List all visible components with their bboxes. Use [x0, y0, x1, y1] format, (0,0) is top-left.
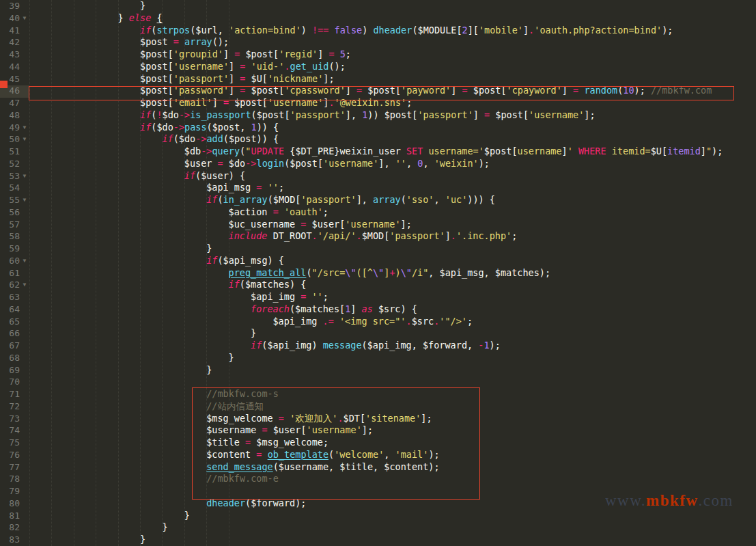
code-text[interactable]: if($do->add($post)) { [29, 133, 756, 146]
code-text[interactable]: //mbkfw.com-s [29, 388, 756, 400]
code-editor[interactable]: 39}40▼} else {41if(strpos($url, 'action=… [0, 0, 756, 546]
code-text[interactable]: $api_img = ''; [29, 291, 756, 303]
code-text[interactable]: if(!$do->is_passport($post['passport'], … [29, 109, 756, 122]
line-number[interactable]: 55 [0, 194, 20, 206]
code-text[interactable]: if($user) { [29, 170, 756, 182]
code-line[interactable]: 70 [0, 376, 756, 388]
code-text[interactable]: $db->query("UPDATE {$DT_PRE}weixin_user … [29, 146, 756, 158]
code-line[interactable]: 78//mbkfw.com-e [0, 473, 756, 485]
code-text[interactable]: $uc_username = $user['username']; [29, 219, 756, 231]
code-text[interactable]: send_message($username, $title, $content… [29, 461, 756, 474]
code-line[interactable]: 65$api_img .= '<img src="'.$src.'"/>'; [0, 316, 756, 328]
line-number[interactable]: 60 [0, 255, 20, 267]
code-text[interactable]: } [29, 534, 756, 546]
code-line[interactable]: 66} [0, 327, 756, 340]
code-text[interactable]: } [29, 243, 756, 255]
line-number[interactable]: 83 [0, 534, 20, 546]
code-text[interactable]: $post = array(); [29, 36, 756, 49]
code-text[interactable] [29, 376, 756, 388]
code-line[interactable]: 69} [0, 364, 756, 377]
code-line[interactable]: 82} [0, 521, 756, 534]
code-line[interactable]: 47$post['email'] = $post['username'].'@w… [0, 97, 756, 109]
code-line[interactable]: 45$post['passport'] = $U['nickname']; [0, 73, 756, 85]
code-text[interactable]: if(in_array($MOD['passport'], array('sso… [29, 194, 756, 206]
line-number[interactable]: 44 [0, 61, 20, 73]
fold-arrow-icon[interactable]: ▼ [20, 194, 29, 206]
fold-arrow-icon[interactable]: ▼ [20, 122, 29, 134]
line-number[interactable]: 75 [0, 437, 20, 449]
line-number[interactable]: 72 [0, 400, 20, 413]
code-line[interactable]: 67if($api_img) message($api_img, $forwar… [0, 340, 756, 352]
code-line[interactable]: 57$uc_username = $user['username']; [0, 219, 756, 231]
code-text[interactable]: $post['email'] = $post['username'].'@wei… [29, 97, 756, 109]
code-text[interactable]: foreach($matches[1] as $src) { [29, 303, 756, 316]
code-line[interactable]: 60▼if($api_msg) { [0, 255, 756, 267]
fold-arrow-icon[interactable]: ▼ [20, 133, 29, 146]
line-number[interactable]: 70 [0, 376, 20, 388]
line-number[interactable]: 61 [0, 267, 20, 279]
code-line[interactable]: 62▼if($matches) { [0, 279, 756, 291]
line-number[interactable]: 47 [0, 97, 20, 109]
code-text[interactable]: preg_match_all("/src=\"([^\"]+)\"/i", $a… [29, 267, 756, 279]
line-number[interactable]: 40 [0, 12, 20, 25]
code-line[interactable]: 73$msg_welcome = '欢迎加入'.$DT['sitename']; [0, 413, 756, 425]
code-text[interactable]: } [29, 0, 756, 12]
fold-arrow-icon[interactable]: ▼ [20, 279, 29, 291]
code-text[interactable]: include DT_ROOT.'/api/'.$MOD['passport']… [29, 230, 756, 243]
line-number[interactable]: 78 [0, 473, 20, 485]
line-number[interactable]: 49 [0, 122, 20, 134]
code-text[interactable]: $username = $user['username']; [29, 424, 756, 437]
line-number[interactable]: 68 [0, 352, 20, 364]
line-number[interactable]: 58 [0, 230, 20, 243]
code-line[interactable]: 52$user = $do->login($post['username'], … [0, 158, 756, 170]
code-line[interactable]: 77send_message($username, $title, $conte… [0, 461, 756, 474]
line-number[interactable]: 66 [0, 327, 20, 340]
line-number[interactable]: 79 [0, 485, 20, 497]
code-line[interactable]: 40▼} else { [0, 12, 756, 25]
line-number[interactable]: 43 [0, 49, 20, 61]
code-text[interactable]: //站内信通知 [29, 400, 756, 413]
line-number[interactable]: 42 [0, 36, 20, 49]
code-text[interactable]: } [29, 364, 756, 377]
code-line[interactable]: 72//站内信通知 [0, 400, 756, 413]
line-number[interactable]: 65 [0, 316, 20, 328]
code-line[interactable]: 43$post['groupid'] = $post['regid'] = 5; [0, 49, 756, 61]
line-number[interactable]: 54 [0, 182, 20, 194]
line-number[interactable]: 63 [0, 291, 20, 303]
line-number[interactable]: 76 [0, 449, 20, 461]
line-number[interactable]: 62 [0, 279, 20, 291]
code-line[interactable]: 71//mbkfw.com-s [0, 388, 756, 400]
code-line[interactable]: 75$title = $msg_welcome; [0, 437, 756, 449]
code-line[interactable]: 76$content = ob_template('welcome', 'mai… [0, 449, 756, 461]
code-line[interactable]: 56$action = 'oauth'; [0, 206, 756, 219]
code-line[interactable]: 58include DT_ROOT.'/api/'.$MOD['passport… [0, 230, 756, 243]
code-line[interactable]: 61preg_match_all("/src=\"([^\"]+)\"/i", … [0, 267, 756, 279]
line-number[interactable]: 51 [0, 146, 20, 158]
code-line[interactable]: 74$username = $user['username']; [0, 424, 756, 437]
line-number[interactable]: 80 [0, 497, 20, 510]
code-line[interactable]: 42$post = array(); [0, 36, 756, 49]
code-line[interactable]: 53▼if($user) { [0, 170, 756, 182]
code-line[interactable]: 51$db->query("UPDATE {$DT_PRE}weixin_use… [0, 146, 756, 158]
fold-arrow-icon[interactable]: ▼ [20, 170, 29, 182]
code-line[interactable]: 81} [0, 510, 756, 522]
line-number[interactable]: 52 [0, 158, 20, 170]
line-number[interactable]: 67 [0, 340, 20, 352]
code-text[interactable]: $api_msg = ''; [29, 182, 756, 194]
line-number[interactable]: 57 [0, 219, 20, 231]
line-number[interactable]: 39 [0, 0, 20, 12]
code-text[interactable]: if($matches) { [29, 279, 756, 291]
line-number[interactable]: 48 [0, 109, 20, 122]
code-text[interactable]: if($api_msg) { [29, 255, 756, 267]
code-text[interactable]: $post['username'] = 'uid-'.get_uid(); [29, 61, 756, 73]
line-number[interactable]: 53 [0, 170, 20, 182]
code-text[interactable]: $post['groupid'] = $post['regid'] = 5; [29, 49, 756, 61]
code-line[interactable]: 64foreach($matches[1] as $src) { [0, 303, 756, 316]
code-text[interactable]: } [29, 521, 756, 534]
code-text[interactable]: $post['passport'] = $U['nickname']; [29, 73, 756, 85]
code-line[interactable]: 63$api_img = ''; [0, 291, 756, 303]
code-text[interactable]: $post['password'] = $post['cpassword'] =… [29, 85, 756, 97]
line-number[interactable]: 81 [0, 510, 20, 522]
code-text[interactable]: } [29, 352, 756, 364]
code-line[interactable]: 46$post['password'] = $post['cpassword']… [0, 85, 756, 97]
